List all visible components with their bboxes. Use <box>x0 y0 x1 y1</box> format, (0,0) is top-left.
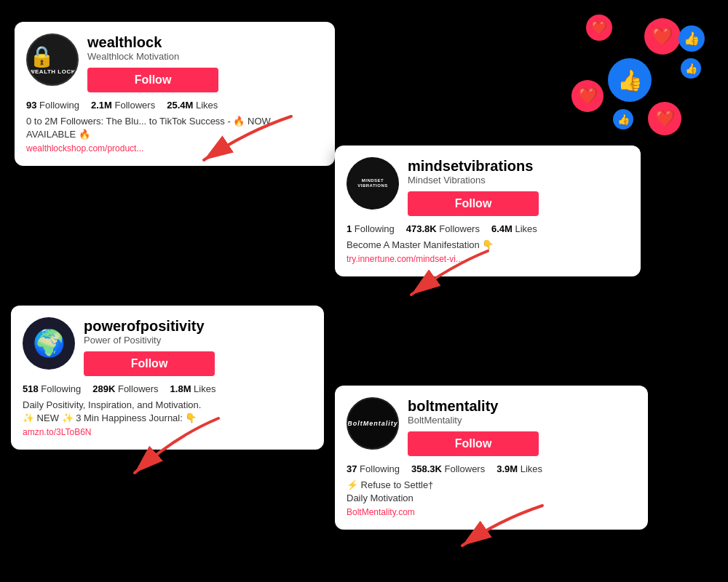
positivity-followers-count: 289K <box>92 383 115 394</box>
positivity-follow-button[interactable]: Follow <box>84 351 215 376</box>
reaction-heart-2: ❤️ <box>586 15 612 41</box>
positivity-likes-count: 1.8M <box>170 383 191 394</box>
reaction-thumb-3: 👍 <box>681 58 701 79</box>
reactions-area: 👍 ❤️ ❤️ ❤️ ❤️ 👍 👍 👍 <box>568 15 713 146</box>
positivity-stats: 518 Following 289K Followers 1.8M Likes <box>23 383 312 394</box>
mindset-follow-button[interactable]: Follow <box>408 191 539 216</box>
wealthlock-bio: 0 to 2M Followers: The Blu... to TikTok … <box>26 115 323 141</box>
mindset-card: MINDSETVIBRATIONS mindsetvibrations Mind… <box>335 146 641 276</box>
wealthlock-avatar-label: WEALTH LOCK <box>29 68 76 75</box>
wealthlock-follow-button[interactable]: Follow <box>87 68 218 92</box>
reaction-heart-1: ❤️ <box>644 18 681 55</box>
reaction-thumb-2: 👍 <box>678 25 705 52</box>
mindset-display-name: Mindset Vibrations <box>408 175 629 186</box>
mindset-username: mindsetvibrations <box>408 157 629 175</box>
reaction-heart-3: ❤️ <box>571 80 604 112</box>
bolt-avatar: BoltMentality <box>347 397 399 450</box>
bolt-username: boltmentality <box>408 397 636 415</box>
wealthlock-followers-count: 2.1M <box>91 100 112 111</box>
mindset-likes-count: 6.4M <box>491 223 513 234</box>
wealthlock-display-name: Wealthlock Motivation <box>87 51 323 62</box>
mindset-following-count: 1 <box>347 223 352 234</box>
positivity-display-name: Power of Positivity <box>84 335 312 346</box>
reaction-thumb-large: 👍 <box>608 58 652 102</box>
wealthlock-card: 🔒 WEALTH LOCK wealthlock Wealthlock Moti… <box>15 22 335 166</box>
positivity-bio: Daily Positivity, Inspiration, and Motiv… <box>23 399 312 425</box>
positivity-card: 🌍 powerofpositivity Power of Positivity … <box>11 306 324 450</box>
bolt-card: BoltMentality boltmentality BoltMentalit… <box>335 386 648 530</box>
bolt-bio: ⚡ Refuse to Settle† Daily Motivation <box>347 479 636 505</box>
mindset-link[interactable]: try.innertune.com/mindset-vi... <box>347 254 463 264</box>
bolt-avatar-label: BoltMentality <box>347 420 398 427</box>
positivity-following-count: 518 <box>23 383 39 394</box>
reaction-thumb-4: 👍 <box>613 109 633 129</box>
wealthlock-stats: 93 Following 2.1M Followers 25.4M Likes <box>26 100 323 111</box>
positivity-info: powerofpositivity Power of Positivity Fo… <box>84 317 312 376</box>
wealthlock-link[interactable]: wealthlockshop.com/product... <box>26 143 143 154</box>
bolt-followers-count: 358.3K <box>411 463 442 474</box>
wealthlock-username: wealthlock <box>87 33 323 51</box>
mindset-info: mindsetvibrations Mindset Vibrations Fol… <box>408 157 629 216</box>
bolt-following-count: 37 <box>347 463 357 474</box>
mindset-stats: 1 Following 473.8K Followers 6.4M Likes <box>347 223 629 234</box>
positivity-link[interactable]: amzn.to/3LToB6N <box>23 427 92 437</box>
positivity-username: powerofpositivity <box>84 317 312 335</box>
bolt-follow-button[interactable]: Follow <box>408 431 539 456</box>
mindset-followers-count: 473.8K <box>406 223 437 234</box>
bolt-stats: 37 Following 358.3K Followers 3.9M Likes <box>347 463 636 474</box>
wealthlock-following-count: 93 <box>26 100 36 111</box>
wealthlock-avatar: 🔒 WEALTH LOCK <box>26 33 79 86</box>
wealthlock-likes-count: 25.4M <box>167 100 193 111</box>
bolt-likes-count: 3.9M <box>496 463 518 474</box>
mindset-bio: Become A Master Manifestation 👇 <box>347 239 629 252</box>
bolt-display-name: BoltMentality <box>408 415 636 426</box>
reaction-heart-4: ❤️ <box>648 102 681 135</box>
bolt-info: boltmentality BoltMentality Follow <box>408 397 636 456</box>
wealthlock-info: wealthlock Wealthlock Motivation Follow <box>87 33 323 92</box>
bolt-link[interactable]: BoltMentality.com <box>347 507 415 517</box>
positivity-avatar: 🌍 <box>23 317 75 370</box>
mindset-avatar: MINDSETVIBRATIONS <box>347 157 399 210</box>
